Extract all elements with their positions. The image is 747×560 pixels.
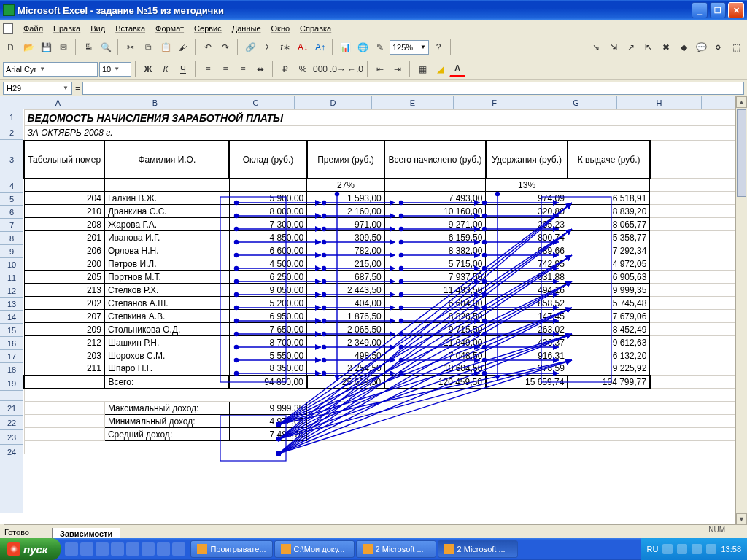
spreadsheet-grid[interactable]: ABCDEFGH 1234567891011121314151617181921… bbox=[0, 96, 747, 525]
row-header[interactable]: 13 bbox=[0, 298, 23, 311]
row-header[interactable]: 23 bbox=[0, 430, 23, 445]
ql-icon[interactable] bbox=[142, 542, 155, 556]
row-header[interactable]: 2 bbox=[0, 125, 23, 140]
taskbar-clock[interactable]: 13:58 bbox=[721, 545, 741, 553]
row-header[interactable]: 10 bbox=[0, 258, 23, 271]
ql-icon[interactable] bbox=[126, 542, 139, 556]
clear-circles-icon[interactable]: ⬚ bbox=[728, 39, 744, 55]
vertical-scrollbar[interactable]: ▲ ▼ bbox=[735, 96, 747, 525]
mail-icon[interactable]: ✉ bbox=[55, 39, 71, 55]
paste-icon[interactable]: 📋 bbox=[158, 39, 174, 55]
borders-icon[interactable]: ▦ bbox=[414, 61, 430, 77]
row-header[interactable]: 7 bbox=[0, 219, 23, 232]
comma-icon[interactable]: 000 bbox=[312, 61, 328, 77]
tray-icon[interactable] bbox=[662, 544, 673, 554]
tray-icon[interactable] bbox=[692, 544, 702, 554]
align-center-icon[interactable]: ≡ bbox=[217, 61, 233, 77]
trace-error-icon[interactable]: ◆ bbox=[676, 39, 692, 55]
remove-precedents-icon[interactable]: ⇲ bbox=[605, 39, 622, 55]
column-header[interactable]: D bbox=[295, 96, 372, 109]
drawing-icon[interactable]: ✎ bbox=[372, 39, 388, 55]
font-color-icon[interactable]: A bbox=[449, 61, 465, 77]
menu-edit[interactable]: Правка bbox=[49, 23, 85, 34]
font-select[interactable]: Arial Cyr▼ bbox=[3, 62, 98, 77]
increase-decimal-icon[interactable]: .0→ bbox=[330, 61, 346, 77]
cut-icon[interactable]: ✂ bbox=[123, 39, 139, 55]
zoom-select[interactable]: 125%▼ bbox=[390, 40, 429, 55]
column-header[interactable]: G bbox=[535, 96, 617, 109]
row-header[interactable]: 4 bbox=[0, 179, 23, 192]
italic-icon[interactable]: К bbox=[158, 61, 174, 77]
ql-icon[interactable] bbox=[96, 542, 109, 556]
menu-window[interactable]: Окно bbox=[267, 23, 295, 34]
row-header[interactable]: 11 bbox=[0, 271, 23, 284]
remove-dependents-icon[interactable]: ⇱ bbox=[640, 39, 657, 55]
taskbar-item[interactable]: C:\Мои доку... bbox=[274, 540, 355, 558]
currency-icon[interactable]: ₽ bbox=[277, 61, 293, 77]
decrease-decimal-icon[interactable]: ←.0 bbox=[347, 61, 363, 77]
remove-arrows-icon[interactable]: ✖ bbox=[658, 39, 674, 55]
taskbar-item[interactable]: Проигрывате... bbox=[190, 540, 272, 558]
menu-file[interactable]: Файл bbox=[19, 23, 47, 34]
column-header[interactable]: B bbox=[93, 96, 217, 109]
print-preview-icon[interactable]: 🔍 bbox=[98, 39, 114, 55]
minimize-button[interactable]: _ bbox=[692, 2, 708, 18]
ql-icon[interactable] bbox=[157, 542, 170, 556]
open-icon[interactable]: 📂 bbox=[20, 39, 36, 55]
row-header[interactable]: 19 bbox=[0, 376, 23, 391]
merge-center-icon[interactable]: ⬌ bbox=[252, 61, 268, 77]
name-box[interactable]: H29▼ bbox=[3, 82, 72, 95]
close-button[interactable]: ✕ bbox=[728, 2, 744, 18]
formula-input[interactable] bbox=[82, 82, 744, 95]
column-header[interactable]: E bbox=[372, 96, 454, 109]
ql-icon[interactable] bbox=[111, 542, 124, 556]
column-header[interactable]: F bbox=[454, 96, 535, 109]
row-header[interactable]: 18 bbox=[0, 363, 23, 376]
bold-icon[interactable]: Ж bbox=[140, 61, 156, 77]
align-left-icon[interactable]: ≡ bbox=[200, 61, 216, 77]
menu-data[interactable]: Данные bbox=[228, 23, 266, 34]
function-icon[interactable]: f∗ bbox=[277, 39, 293, 55]
column-header[interactable]: C bbox=[217, 96, 295, 109]
row-header[interactable]: 24 bbox=[0, 445, 23, 459]
percent-icon[interactable]: % bbox=[295, 61, 311, 77]
menu-tools[interactable]: Сервис bbox=[190, 23, 226, 34]
decrease-indent-icon[interactable]: ⇤ bbox=[372, 61, 388, 77]
undo-icon[interactable]: ↶ bbox=[200, 39, 216, 55]
column-header[interactable]: A bbox=[23, 96, 93, 109]
format-painter-icon[interactable]: 🖌 bbox=[175, 39, 191, 55]
row-header[interactable]: 16 bbox=[0, 337, 23, 350]
redo-icon[interactable]: ↷ bbox=[217, 39, 233, 55]
menu-insert[interactable]: Вставка bbox=[111, 23, 150, 34]
ql-icon[interactable] bbox=[80, 542, 93, 556]
font-size-select[interactable]: 10▼ bbox=[99, 62, 131, 77]
row-header[interactable]: 3 bbox=[0, 140, 23, 179]
trace-dependents-icon[interactable]: ↗ bbox=[623, 39, 639, 55]
start-button[interactable]: пуск bbox=[0, 538, 61, 560]
chart-wizard-icon[interactable]: 📊 bbox=[337, 39, 353, 55]
column-header[interactable]: H bbox=[617, 96, 702, 109]
tray-icon[interactable] bbox=[706, 544, 716, 554]
row-header[interactable]: 12 bbox=[0, 284, 23, 298]
scroll-thumb[interactable] bbox=[737, 109, 746, 197]
print-icon[interactable]: 🖶 bbox=[80, 39, 96, 55]
maximize-button[interactable]: ❐ bbox=[710, 2, 726, 18]
circle-invalid-icon[interactable]: ⭘ bbox=[711, 39, 727, 55]
save-icon[interactable]: 💾 bbox=[38, 39, 54, 55]
menu-format[interactable]: Формат bbox=[151, 23, 188, 34]
row-header[interactable]: 22 bbox=[0, 416, 23, 430]
row-header[interactable]: 8 bbox=[0, 232, 23, 245]
help-icon[interactable]: ? bbox=[430, 39, 446, 55]
row-header[interactable]: 5 bbox=[0, 192, 23, 206]
trace-precedents-icon[interactable]: ↘ bbox=[588, 39, 604, 55]
sort-desc-icon[interactable]: A↑ bbox=[312, 39, 328, 55]
select-all-corner[interactable] bbox=[0, 96, 23, 109]
tray-icon[interactable] bbox=[677, 544, 687, 554]
row-header[interactable] bbox=[0, 391, 23, 401]
row-header[interactable]: 21 bbox=[0, 401, 23, 416]
sort-asc-icon[interactable]: A↓ bbox=[295, 39, 311, 55]
autosum-icon[interactable]: Σ bbox=[260, 39, 276, 55]
map-icon[interactable]: 🌐 bbox=[355, 39, 371, 55]
menu-view[interactable]: Вид bbox=[86, 23, 109, 34]
new-icon[interactable]: 🗋 bbox=[3, 39, 19, 55]
